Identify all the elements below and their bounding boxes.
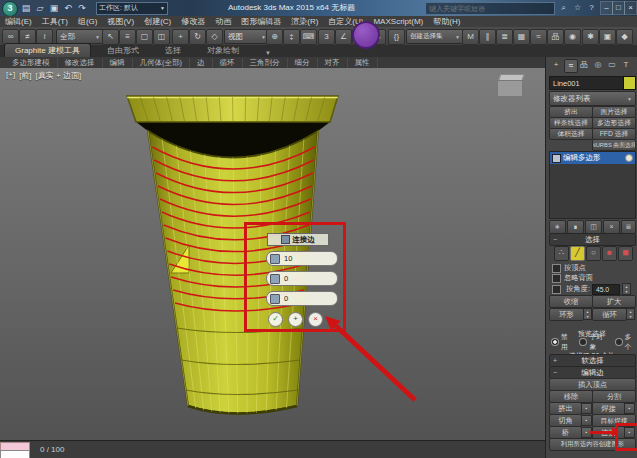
motion-tab-icon[interactable]: ◎ xyxy=(592,59,604,71)
search-input[interactable] xyxy=(426,5,554,12)
by-angle-row[interactable]: 按角度: 45.0 ▴▾ xyxy=(552,283,631,295)
region-select-icon[interactable]: ▢ xyxy=(136,29,153,45)
caddy-slide-field[interactable]: 0 xyxy=(266,291,338,306)
tab-freeform[interactable]: 自由形式 xyxy=(97,44,149,57)
save-file-icon[interactable]: ▣ xyxy=(48,2,60,14)
new-file-icon[interactable]: ▤ xyxy=(20,2,32,14)
weld-settings-icon[interactable]: ▪ xyxy=(624,403,635,414)
menu-create[interactable]: 创建(C) xyxy=(144,16,171,27)
caddy-apply-button[interactable]: + xyxy=(288,312,303,327)
configure-sets-icon[interactable]: ≣ xyxy=(621,220,636,234)
loop-spinner[interactable]: ▴▾ xyxy=(626,308,635,320)
spin-down-icon[interactable]: ▾ xyxy=(627,314,634,319)
panel-edit[interactable]: 编辑 xyxy=(103,58,133,68)
panel-loops[interactable]: 循环 xyxy=(213,58,243,68)
ignore-backfacing-checkbox[interactable] xyxy=(552,274,561,283)
render-production-icon[interactable]: ◆ xyxy=(616,29,633,45)
menu-help[interactable]: 帮助(H) xyxy=(433,16,460,27)
shrink-button[interactable]: 收缩 xyxy=(549,295,593,308)
grow-button[interactable]: 扩大 xyxy=(592,295,636,308)
caddy-pinch-field[interactable]: 0 xyxy=(266,271,338,286)
vertex-subobject-icon[interactable]: ∴ xyxy=(554,246,569,261)
modifier-list-dropdown[interactable]: 修改器列表 ▼ xyxy=(549,91,636,106)
undo-icon[interactable]: ↶ xyxy=(62,2,74,14)
angle-spinner[interactable]: ▴▾ xyxy=(622,283,631,295)
loop-button[interactable]: 循环 xyxy=(592,308,627,321)
show-end-result-icon[interactable]: ∎ xyxy=(567,220,584,234)
panel-modify-selection[interactable]: 修改选择 xyxy=(58,58,103,68)
panel-align[interactable]: 对齐 xyxy=(318,58,348,68)
border-subobject-icon[interactable]: ○ xyxy=(586,246,601,261)
hierarchy-tab-icon[interactable]: 品 xyxy=(578,59,590,71)
select-object-icon[interactable]: ↖ xyxy=(102,29,119,45)
chamfer-settings-icon[interactable]: ▪ xyxy=(581,415,592,426)
caddy-cancel-button[interactable]: × xyxy=(308,312,323,327)
viewport-menu-pov[interactable]: [前] xyxy=(19,70,31,81)
panel-properties[interactable]: 属性 xyxy=(348,58,378,68)
ribbon-toggle-icon[interactable]: ▦ xyxy=(513,29,530,45)
viewport-menu-shading[interactable]: [真实 + 边面] xyxy=(36,70,82,81)
caddy-ok-button[interactable]: ✓ xyxy=(268,312,283,327)
panel-subdivision[interactable]: 细分 xyxy=(288,58,318,68)
select-by-name-icon[interactable]: ≡ xyxy=(119,29,136,45)
help-icon[interactable]: ? xyxy=(586,2,597,13)
align-icon[interactable]: ∥ xyxy=(479,29,496,45)
select-manipulate-icon[interactable]: ‡ xyxy=(283,29,300,45)
caddy-title[interactable]: 连接边 xyxy=(267,233,329,246)
render-setup-icon[interactable]: ✱ xyxy=(582,29,599,45)
window-crossing-icon[interactable]: ◫ xyxy=(153,29,170,45)
menu-graph-editors[interactable]: 图形编辑器 xyxy=(241,16,281,27)
ref-coord-dropdown[interactable]: 视图 ▼ xyxy=(224,29,270,44)
spin-down-icon[interactable]: ▾ xyxy=(584,314,591,319)
named-selection-dropdown[interactable]: 创建选择集 ▼ xyxy=(406,29,464,44)
spin-down-icon[interactable]: ▾ xyxy=(623,289,630,294)
element-subobject-icon[interactable]: ◼ xyxy=(618,246,633,261)
use-pivot-icon[interactable]: ⊕ xyxy=(266,29,283,45)
edge-subobject-icon[interactable]: ╱ xyxy=(570,246,585,261)
remove-modifier-icon[interactable]: × xyxy=(603,220,620,234)
layer-manager-icon[interactable]: ≣ xyxy=(496,29,513,45)
menu-edit[interactable]: 编辑(E) xyxy=(5,16,32,27)
panel-tris[interactable]: 三角剖分 xyxy=(243,58,288,68)
search-icon[interactable]: ⌕ xyxy=(558,2,569,13)
angle-value-field[interactable]: 45.0 xyxy=(592,284,620,295)
redo-icon[interactable]: ↷ xyxy=(76,2,88,14)
caddy-segments-field[interactable]: 10 xyxy=(266,251,338,266)
modifier-stack[interactable]: 编辑多边形 xyxy=(549,151,636,219)
menu-modifiers[interactable]: 修改器 xyxy=(181,16,205,27)
curve-editor-icon[interactable]: ≈ xyxy=(530,29,547,45)
tab-object-paint[interactable]: 对象绘制 xyxy=(197,44,249,57)
by-angle-checkbox[interactable] xyxy=(552,285,561,294)
ring-button[interactable]: 环形 xyxy=(549,308,584,321)
panel-geometry-all[interactable]: 几何体(全部) xyxy=(133,58,191,68)
rendered-frame-icon[interactable]: ▣ xyxy=(599,29,616,45)
bulb-icon[interactable] xyxy=(625,154,633,162)
extrude-settings-icon[interactable]: ▪ xyxy=(581,403,592,414)
open-file-icon[interactable]: ▱ xyxy=(34,2,46,14)
close-button[interactable]: × xyxy=(624,1,637,15)
maxscript-mini-listener-script[interactable] xyxy=(0,450,30,458)
selection-filter-dropdown[interactable]: 全部 ▼ xyxy=(56,29,104,44)
panel-edges[interactable]: 边 xyxy=(190,58,213,68)
edit-named-selections-icon[interactable]: {} xyxy=(388,29,405,45)
by-vertex-checkbox[interactable] xyxy=(552,264,561,273)
ignore-backfacing-row[interactable]: 忽略背面 xyxy=(552,273,593,283)
viewcube[interactable] xyxy=(497,74,523,96)
snap-toggle-icon[interactable]: 3 xyxy=(318,29,335,45)
menu-rendering[interactable]: 渲染(R) xyxy=(291,16,318,27)
object-color-swatch[interactable] xyxy=(623,76,636,90)
material-editor-icon[interactable]: ◉ xyxy=(564,29,581,45)
ring-spinner[interactable]: ▴▾ xyxy=(583,308,592,320)
schematic-view-icon[interactable]: 品 xyxy=(547,29,564,45)
infocenter-search[interactable] xyxy=(425,2,555,15)
select-scale-icon[interactable]: ◇ xyxy=(206,29,223,45)
viewcube-front-face[interactable] xyxy=(497,80,523,97)
select-move-icon[interactable]: + xyxy=(172,29,189,45)
keyboard-override-icon[interactable]: ⌨ xyxy=(300,29,317,45)
workspace-dropdown[interactable]: 工作区: 默认 ▼ xyxy=(96,2,168,15)
ribbon-options-icon[interactable]: ▼ xyxy=(255,49,281,57)
tab-graphite-modeling[interactable]: Graphite 建模工具 xyxy=(4,43,91,57)
mirror-icon[interactable]: M xyxy=(462,29,479,45)
stack-item-edit-poly[interactable]: 编辑多边形 xyxy=(550,152,635,164)
viewport[interactable]: [+] [前] [真实 + 边面] 连接边 10 0 xyxy=(0,68,545,440)
